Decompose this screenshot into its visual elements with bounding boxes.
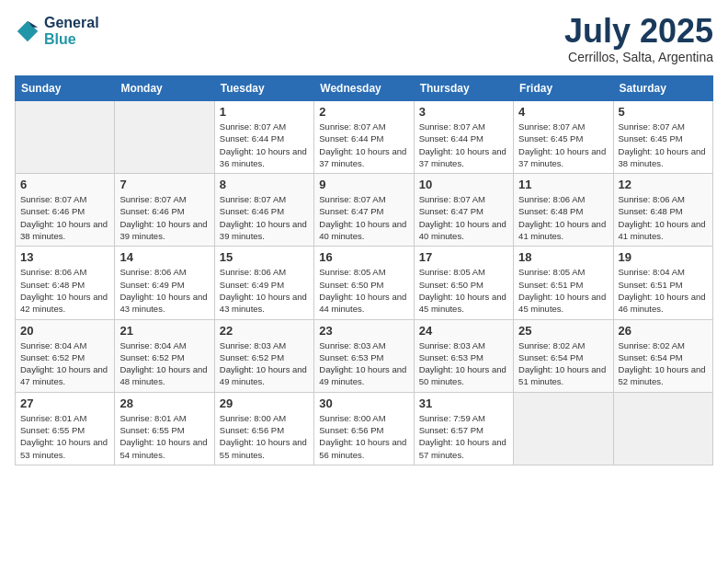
day-number: 3 — [419, 105, 508, 119]
calendar-cell — [514, 392, 613, 465]
calendar-table: SundayMondayTuesdayWednesdayThursdayFrid… — [15, 75, 713, 465]
day-info: Sunrise: 8:07 AM Sunset: 6:46 PM Dayligh… — [220, 193, 309, 242]
day-info: Sunrise: 8:05 AM Sunset: 6:50 PM Dayligh… — [419, 266, 508, 315]
calendar-week-2: 6Sunrise: 8:07 AM Sunset: 6:46 PM Daylig… — [16, 174, 713, 247]
day-info: Sunrise: 8:04 AM Sunset: 6:52 PM Dayligh… — [20, 339, 109, 388]
day-number: 29 — [220, 396, 309, 410]
day-info: Sunrise: 8:06 AM Sunset: 6:49 PM Dayligh… — [220, 266, 309, 315]
day-info: Sunrise: 8:01 AM Sunset: 6:55 PM Dayligh… — [119, 412, 209, 461]
calendar-cell: 17Sunrise: 8:05 AM Sunset: 6:50 PM Dayli… — [414, 247, 513, 319]
day-number: 14 — [119, 250, 209, 264]
calendar-cell: 5Sunrise: 8:07 AM Sunset: 6:45 PM Daylig… — [613, 101, 712, 174]
day-info: Sunrise: 8:04 AM Sunset: 6:51 PM Dayligh… — [619, 266, 708, 315]
calendar-cell: 21Sunrise: 8:04 AM Sunset: 6:52 PM Dayli… — [115, 319, 214, 392]
day-number: 25 — [518, 324, 608, 338]
day-info: Sunrise: 8:07 AM Sunset: 6:44 PM Dayligh… — [220, 121, 309, 169]
day-number: 6 — [20, 178, 109, 191]
weekday-header-saturday: Saturday — [613, 76, 712, 101]
calendar-cell: 13Sunrise: 8:06 AM Sunset: 6:48 PM Dayli… — [16, 247, 115, 319]
day-number: 9 — [319, 178, 408, 191]
day-number: 22 — [220, 324, 309, 338]
day-info: Sunrise: 8:07 AM Sunset: 6:47 PM Dayligh… — [419, 193, 508, 242]
day-info: Sunrise: 8:06 AM Sunset: 6:48 PM Dayligh… — [619, 193, 708, 242]
day-number: 10 — [419, 178, 508, 191]
logo-icon — [15, 18, 40, 44]
calendar-week-4: 20Sunrise: 8:04 AM Sunset: 6:52 PM Dayli… — [16, 319, 713, 392]
calendar-cell: 23Sunrise: 8:03 AM Sunset: 6:53 PM Dayli… — [314, 319, 414, 392]
day-info: Sunrise: 8:05 AM Sunset: 6:50 PM Dayligh… — [319, 266, 408, 315]
logo-text-blue: Blue — [44, 31, 99, 48]
month-title: July 2025 — [564, 15, 713, 48]
calendar-cell: 29Sunrise: 8:00 AM Sunset: 6:56 PM Dayli… — [214, 392, 313, 465]
weekday-header-thursday: Thursday — [414, 76, 513, 101]
day-number: 7 — [119, 178, 209, 191]
day-number: 12 — [619, 178, 708, 191]
day-number: 23 — [319, 324, 408, 338]
day-info: Sunrise: 8:07 AM Sunset: 6:46 PM Dayligh… — [20, 193, 109, 242]
calendar-cell: 6Sunrise: 8:07 AM Sunset: 6:46 PM Daylig… — [16, 174, 115, 247]
calendar-cell: 22Sunrise: 8:03 AM Sunset: 6:52 PM Dayli… — [214, 319, 313, 392]
day-info: Sunrise: 8:02 AM Sunset: 6:54 PM Dayligh… — [518, 339, 608, 388]
calendar-cell: 15Sunrise: 8:06 AM Sunset: 6:49 PM Dayli… — [214, 247, 313, 319]
calendar-cell — [613, 392, 712, 465]
day-number: 1 — [220, 105, 309, 119]
day-number: 20 — [20, 324, 109, 338]
day-number: 18 — [518, 250, 608, 264]
day-number: 27 — [20, 396, 109, 410]
day-info: Sunrise: 8:00 AM Sunset: 6:56 PM Dayligh… — [319, 412, 408, 461]
title-block: July 2025 Cerrillos, Salta, Argentina — [564, 15, 713, 64]
day-number: 30 — [319, 396, 408, 410]
day-info: Sunrise: 8:03 AM Sunset: 6:53 PM Dayligh… — [419, 339, 508, 388]
calendar-cell: 27Sunrise: 8:01 AM Sunset: 6:55 PM Dayli… — [16, 392, 115, 465]
location-subtitle: Cerrillos, Salta, Argentina — [564, 50, 713, 64]
day-info: Sunrise: 8:02 AM Sunset: 6:54 PM Dayligh… — [619, 339, 708, 388]
day-info: Sunrise: 8:03 AM Sunset: 6:52 PM Dayligh… — [220, 339, 309, 388]
day-info: Sunrise: 7:59 AM Sunset: 6:57 PM Dayligh… — [419, 412, 508, 461]
calendar-cell: 24Sunrise: 8:03 AM Sunset: 6:53 PM Dayli… — [414, 319, 513, 392]
weekday-header-wednesday: Wednesday — [314, 76, 414, 101]
calendar-cell: 20Sunrise: 8:04 AM Sunset: 6:52 PM Dayli… — [16, 319, 115, 392]
calendar-cell: 12Sunrise: 8:06 AM Sunset: 6:48 PM Dayli… — [613, 174, 712, 247]
calendar-cell: 9Sunrise: 8:07 AM Sunset: 6:47 PM Daylig… — [314, 174, 414, 247]
page-header: General Blue July 2025 Cerrillos, Salta,… — [15, 15, 713, 64]
calendar-body: 1Sunrise: 8:07 AM Sunset: 6:44 PM Daylig… — [16, 101, 713, 465]
day-number: 17 — [419, 250, 508, 264]
day-number: 8 — [220, 178, 309, 191]
calendar-cell: 26Sunrise: 8:02 AM Sunset: 6:54 PM Dayli… — [613, 319, 712, 392]
weekday-header-tuesday: Tuesday — [214, 76, 313, 101]
day-info: Sunrise: 8:01 AM Sunset: 6:55 PM Dayligh… — [20, 412, 109, 461]
calendar-cell: 11Sunrise: 8:06 AM Sunset: 6:48 PM Dayli… — [514, 174, 613, 247]
calendar-cell: 3Sunrise: 8:07 AM Sunset: 6:44 PM Daylig… — [414, 101, 513, 174]
day-number: 13 — [20, 250, 109, 264]
day-number: 5 — [619, 105, 708, 119]
weekday-header-monday: Monday — [115, 76, 214, 101]
logo-text-general: General — [44, 15, 99, 31]
calendar-header: SundayMondayTuesdayWednesdayThursdayFrid… — [16, 76, 713, 101]
day-info: Sunrise: 8:06 AM Sunset: 6:48 PM Dayligh… — [518, 193, 608, 242]
calendar-cell: 28Sunrise: 8:01 AM Sunset: 6:55 PM Dayli… — [115, 392, 214, 465]
day-number: 2 — [319, 105, 408, 119]
day-info: Sunrise: 8:07 AM Sunset: 6:44 PM Dayligh… — [419, 121, 508, 169]
calendar-cell: 7Sunrise: 8:07 AM Sunset: 6:46 PM Daylig… — [115, 174, 214, 247]
day-info: Sunrise: 8:00 AM Sunset: 6:56 PM Dayligh… — [220, 412, 309, 461]
day-number: 28 — [119, 396, 209, 410]
day-info: Sunrise: 8:05 AM Sunset: 6:51 PM Dayligh… — [518, 266, 608, 315]
calendar-cell: 8Sunrise: 8:07 AM Sunset: 6:46 PM Daylig… — [214, 174, 313, 247]
day-info: Sunrise: 8:03 AM Sunset: 6:53 PM Dayligh… — [319, 339, 408, 388]
calendar-cell: 2Sunrise: 8:07 AM Sunset: 6:44 PM Daylig… — [314, 101, 414, 174]
logo: General Blue — [15, 15, 99, 48]
day-number: 21 — [119, 324, 209, 338]
day-info: Sunrise: 8:07 AM Sunset: 6:45 PM Dayligh… — [619, 121, 708, 169]
calendar-cell: 30Sunrise: 8:00 AM Sunset: 6:56 PM Dayli… — [314, 392, 414, 465]
calendar-cell: 25Sunrise: 8:02 AM Sunset: 6:54 PM Dayli… — [514, 319, 613, 392]
day-number: 19 — [619, 250, 708, 264]
day-info: Sunrise: 8:06 AM Sunset: 6:48 PM Dayligh… — [20, 266, 109, 315]
calendar-cell: 4Sunrise: 8:07 AM Sunset: 6:45 PM Daylig… — [514, 101, 613, 174]
day-info: Sunrise: 8:07 AM Sunset: 6:45 PM Dayligh… — [518, 121, 608, 169]
day-info: Sunrise: 8:04 AM Sunset: 6:52 PM Dayligh… — [119, 339, 209, 388]
day-number: 15 — [220, 250, 309, 264]
day-number: 11 — [518, 178, 608, 191]
day-number: 26 — [619, 324, 708, 338]
calendar-cell: 14Sunrise: 8:06 AM Sunset: 6:49 PM Dayli… — [115, 247, 214, 319]
svg-marker-0 — [17, 21, 38, 41]
